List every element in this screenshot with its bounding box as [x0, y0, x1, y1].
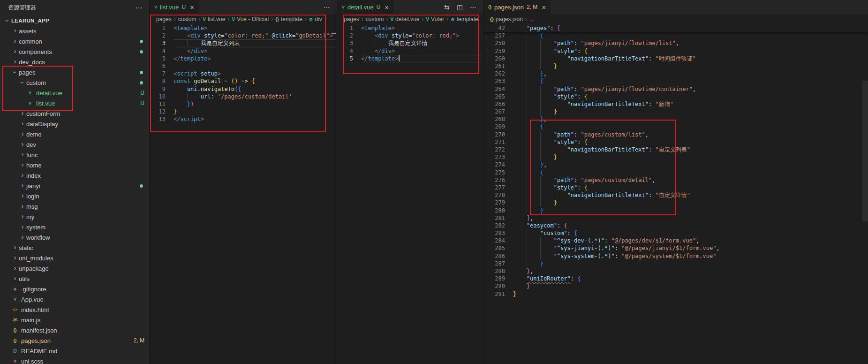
- text-cursor: [399, 55, 400, 61]
- breadcrumb-item[interactable]: pages: [344, 16, 359, 23]
- sidebar-item-learun-app[interactable]: ›LEARUN_APP: [0, 15, 149, 26]
- sidebar-item-index[interactable]: ›index: [0, 170, 149, 181]
- more-actions-icon[interactable]: ⋯: [135, 3, 143, 12]
- scrollbar[interactable]: [862, 24, 868, 364]
- sidebar-item-demo[interactable]: ›demo: [0, 129, 149, 139]
- sidebar-item-datadisplay[interactable]: ›dataDisplay: [0, 119, 149, 129]
- close-icon[interactable]: ×: [190, 3, 194, 11]
- sidebar-item-common[interactable]: ›common: [0, 36, 149, 46]
- close-icon[interactable]: ×: [542, 3, 546, 11]
- more-actions-icon[interactable]: ⋯: [470, 3, 476, 11]
- line-number: 290: [483, 282, 513, 290]
- tab-pages-json[interactable]: {}pages.json2, M×: [483, 0, 551, 14]
- code-line: 276"path": "pages/custom/detail",: [483, 176, 868, 184]
- sidebar-item-system[interactable]: ›system: [0, 222, 149, 232]
- line-number: 289: [483, 275, 513, 282]
- sidebar-item-utils[interactable]: ›utils: [0, 273, 149, 284]
- item-label: pages: [19, 69, 35, 76]
- sidebar-item-workflow[interactable]: ›workflow: [0, 232, 149, 243]
- breadcrumb-item[interactable]: ⊙template: [451, 16, 478, 23]
- code-line: 42"pages": [: [483, 24, 868, 32]
- sidebar-item-manifest-json[interactable]: {}manifest.json: [0, 325, 149, 335]
- sidebar-item-main-js[interactable]: JSmain.js: [0, 315, 149, 325]
- sidebar-item-func[interactable]: ›func: [0, 150, 149, 160]
- code-line: 4</div>: [150, 47, 337, 55]
- line-number: 265: [483, 93, 513, 100]
- breadcrumb-separator: ›: [386, 16, 388, 23]
- code-editor[interactable]: 1<template>2<div style="color: red;">3我是…: [337, 24, 483, 364]
- sidebar-item-uni-scss[interactable]: #uni.scss: [0, 356, 149, 364]
- json-icon: {}: [11, 328, 19, 333]
- chevron-right-icon: ›: [19, 192, 26, 199]
- item-label: dataDisplay: [26, 121, 58, 128]
- sidebar-item-detail-vue[interactable]: Vdetail.vueU: [0, 88, 149, 98]
- code-line: 7<script setup>: [150, 70, 337, 77]
- breadcrumb: pages›custom›Vlist.vue›VVue - Official›{…: [150, 14, 337, 24]
- code-line: 3我是自定义列表: [150, 39, 337, 47]
- breadcrumb-item[interactable]: VVuter: [426, 16, 444, 23]
- tab-label: list.vue: [160, 4, 179, 11]
- sidebar-item-home[interactable]: ›home: [0, 160, 149, 170]
- code-line: 285"^sys-jianyi-(.*)": "@/pages/jianyi/$…: [483, 244, 868, 252]
- tab-list-vue[interactable]: Vlist.vueU×: [150, 0, 199, 14]
- code-line: 282"easycom": {: [483, 222, 868, 229]
- more-actions-icon[interactable]: ⋯: [324, 3, 330, 11]
- breadcrumb-item[interactable]: custom: [178, 16, 196, 23]
- breadcrumb-item[interactable]: Vlist.vue: [203, 16, 225, 23]
- sidebar-item-msg[interactable]: ›msg: [0, 201, 149, 212]
- line-number: 271: [483, 138, 513, 146]
- line-number: 287: [483, 260, 513, 267]
- sidebar-item-custom[interactable]: ›custom: [0, 77, 149, 88]
- sidebar-item-components[interactable]: ›components: [0, 46, 149, 57]
- scss-icon: #: [11, 359, 19, 364]
- tab-detail-vue[interactable]: Vdetail.vueU×: [337, 0, 393, 14]
- breadcrumb-item[interactable]: VVue - Official: [232, 16, 269, 23]
- line-number: 283: [483, 229, 513, 237]
- item-label: utils: [19, 275, 30, 282]
- code-line: 258"path": "pages/jianyi/flowTime/list",: [483, 39, 868, 47]
- item-label: index.html: [21, 306, 49, 313]
- breadcrumb-item[interactable]: pages: [156, 16, 172, 23]
- sidebar-item-login[interactable]: ›login: [0, 191, 149, 201]
- sidebar-item-my[interactable]: ›my: [0, 212, 149, 222]
- item-label: detail.vue: [36, 90, 62, 97]
- sidebar-item-gitignore[interactable]: ◈.gitignore: [0, 284, 149, 294]
- sidebar-item-assets[interactable]: ›assets: [0, 26, 149, 36]
- sidebar-item-static[interactable]: ›static: [0, 243, 149, 253]
- sidebar-item-pages[interactable]: ›pages: [0, 67, 149, 77]
- sidebar-item-index-html[interactable]: <>index.html: [0, 304, 149, 315]
- code-editor[interactable]: 42"pages": [257{258"path": "pages/jianyi…: [483, 24, 868, 364]
- sidebar-item-jianyi[interactable]: ›jianyi: [0, 181, 149, 191]
- code-line: 291}: [483, 290, 868, 298]
- breadcrumb-item[interactable]: custom: [366, 16, 384, 23]
- scrollbar[interactable]: [331, 24, 337, 364]
- code-line: 272"navigationBarTitleText": "自定义列表": [483, 146, 868, 153]
- sidebar-item-unpackage[interactable]: ›unpackage: [0, 263, 149, 273]
- split-editor-icon[interactable]: ◫: [457, 3, 463, 11]
- breadcrumb-item[interactable]: {}template: [275, 16, 302, 23]
- line-number: 1: [150, 24, 174, 32]
- breadcrumb-item[interactable]: ...: [529, 16, 534, 23]
- code-line: 1<template>: [337, 24, 483, 32]
- sidebar-item-dev[interactable]: ›dev: [0, 139, 149, 150]
- close-icon[interactable]: ×: [385, 3, 389, 11]
- line-number: 268: [483, 115, 513, 123]
- sidebar-item-list-vue[interactable]: Vlist.vueU: [0, 98, 149, 108]
- open-changes-icon[interactable]: ⇆: [444, 3, 450, 11]
- chevron-down-icon: ›: [19, 79, 26, 86]
- html-icon: <>: [11, 307, 19, 312]
- sidebar-item-uni-modules[interactable]: ›uni_modules: [0, 253, 149, 263]
- sidebar-item-readme-md[interactable]: ⓘREADME.md: [0, 346, 149, 356]
- line-number: 263: [483, 77, 513, 85]
- sidebar-item-customform[interactable]: ›customForm: [0, 108, 149, 119]
- breadcrumb-item[interactable]: Vdetail.vue: [390, 16, 419, 23]
- breadcrumb-item[interactable]: {}pages.json: [490, 16, 523, 23]
- sidebar-item-app-vue[interactable]: VApp.vue: [0, 294, 149, 304]
- chevron-right-icon: ›: [19, 120, 26, 127]
- sidebar-item-dev-docs[interactable]: ›dev_docs: [0, 57, 149, 67]
- sidebar-item-pages-json[interactable]: {}pages.json2, M: [0, 335, 149, 346]
- scrollbar[interactable]: [477, 24, 483, 364]
- breadcrumb-item[interactable]: ⊙div: [309, 16, 322, 23]
- explorer-sidebar: 资源管理器 ⋯ ›LEARUN_APP›assets›common›compon…: [0, 0, 149, 364]
- code-editor[interactable]: 1<template>2<div style="color: red;" @cl…: [150, 24, 337, 364]
